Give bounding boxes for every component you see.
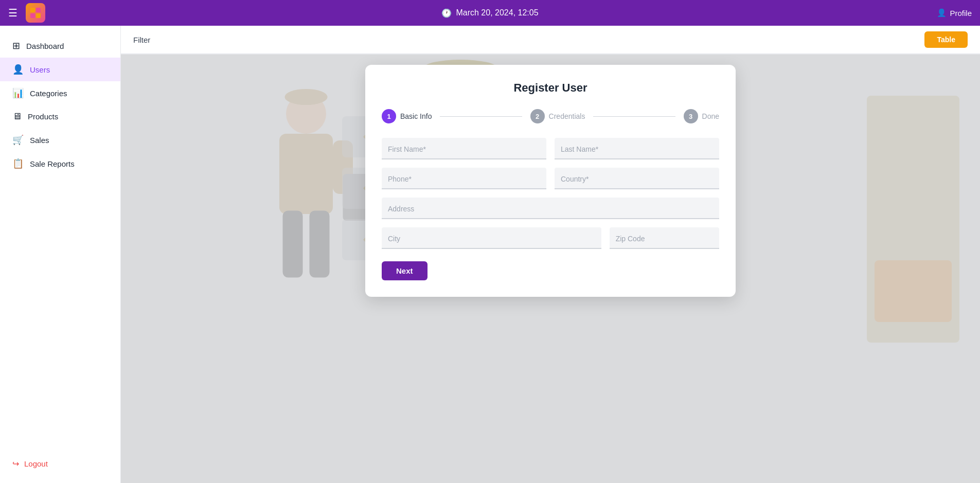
clock-icon: 🕐 (441, 8, 452, 18)
address-input[interactable] (382, 198, 719, 219)
svg-rect-3 (36, 13, 41, 18)
step-3-label: Done (702, 112, 719, 120)
datetime-display: 🕐 March 20, 2024, 12:05 (441, 8, 538, 18)
step-2: 2 Credentials (530, 109, 585, 123)
step-1-label: Basic Info (400, 112, 432, 120)
step-line-1 (440, 116, 522, 117)
city-input[interactable] (382, 227, 601, 249)
register-user-modal: Register User 1 Basic Info 2 (365, 65, 736, 297)
zip-input[interactable] (610, 227, 719, 249)
first-name-input[interactable] (382, 138, 546, 159)
city-field (382, 227, 601, 249)
country-input[interactable] (555, 168, 719, 189)
zip-field (610, 227, 719, 249)
sidebar-item-products[interactable]: 🖥 Products (0, 105, 120, 128)
sidebar-label-sales: Sales (30, 136, 49, 145)
main-layout: ⊞ Dashboard 👤 Users 📊 Categories 🖥 Produ… (0, 26, 980, 483)
step-1: 1 Basic Info (382, 109, 432, 123)
categories-icon: 📊 (12, 87, 24, 99)
step-2-label: Credentials (549, 112, 585, 120)
last-name-input[interactable] (555, 138, 719, 159)
datetime-text: March 20, 2024, 12:05 (456, 8, 538, 17)
sidebar-item-users[interactable]: 👤 Users (0, 58, 120, 81)
menu-icon[interactable]: ☰ (8, 7, 17, 19)
app-logo (26, 3, 45, 23)
sidebar: ⊞ Dashboard 👤 Users 📊 Categories 🖥 Produ… (0, 26, 121, 483)
register-form: Next (382, 138, 719, 280)
sale-reports-icon: 📋 (12, 158, 24, 169)
svg-rect-2 (30, 13, 35, 18)
step-1-circle: 1 (382, 109, 396, 123)
step-3: 3 Done (684, 109, 719, 123)
step-3-circle: 3 (684, 109, 698, 123)
users-icon: 👤 (12, 64, 24, 75)
logout-label: Logout (24, 459, 48, 468)
logout-icon: ↪ (12, 459, 19, 469)
stepper: 1 Basic Info 2 Credentials (382, 109, 719, 123)
last-name-field (555, 138, 719, 159)
profile-icon: 👤 (937, 8, 947, 17)
sidebar-item-dashboard[interactable]: ⊞ Dashboard (0, 34, 120, 58)
sidebar-label-users: Users (30, 65, 50, 74)
filter-label: Filter (133, 35, 916, 44)
modal-title: Register User (382, 81, 719, 95)
next-button[interactable]: Next (382, 261, 427, 280)
svg-rect-0 (30, 8, 35, 12)
sales-icon: 🛒 (12, 134, 24, 146)
sidebar-item-sales[interactable]: 🛒 Sales (0, 128, 120, 152)
phone-input[interactable] (382, 168, 546, 189)
content-area: Filter Table (121, 26, 980, 483)
table-button[interactable]: Table (924, 31, 968, 48)
filter-bar: Filter Table (121, 26, 980, 55)
form-actions: Next (382, 257, 719, 280)
modal-overlay: Register User 1 Basic Info 2 (121, 55, 980, 483)
navbar: ☰ 🕐 March 20, 2024, 12:05 👤 Profile (0, 0, 980, 26)
logout-button[interactable]: ↪ Logout (0, 453, 120, 475)
step-2-circle: 2 (530, 109, 545, 123)
sidebar-label-sale-reports: Sale Reports (30, 159, 75, 168)
content-body: Register User 1 Basic Info 2 (121, 55, 980, 483)
logo-icon (26, 3, 45, 23)
sidebar-label-categories: Categories (30, 89, 67, 98)
phone-field (382, 168, 546, 189)
svg-rect-1 (36, 8, 41, 12)
address-field (382, 198, 719, 219)
step-line-2 (593, 116, 675, 117)
sidebar-label-products: Products (28, 112, 58, 121)
first-name-field (382, 138, 546, 159)
phone-country-row (382, 168, 719, 189)
city-zip-row (382, 227, 719, 249)
products-icon: 🖥 (12, 111, 22, 122)
profile-label: Profile (950, 9, 972, 17)
name-row (382, 138, 719, 159)
profile-button[interactable]: 👤 Profile (937, 8, 972, 17)
address-row (382, 198, 719, 219)
sidebar-item-sale-reports[interactable]: 📋 Sale Reports (0, 152, 120, 175)
dashboard-icon: ⊞ (12, 40, 20, 51)
country-field (555, 168, 719, 189)
sidebar-label-dashboard: Dashboard (26, 42, 64, 50)
sidebar-item-categories[interactable]: 📊 Categories (0, 81, 120, 105)
